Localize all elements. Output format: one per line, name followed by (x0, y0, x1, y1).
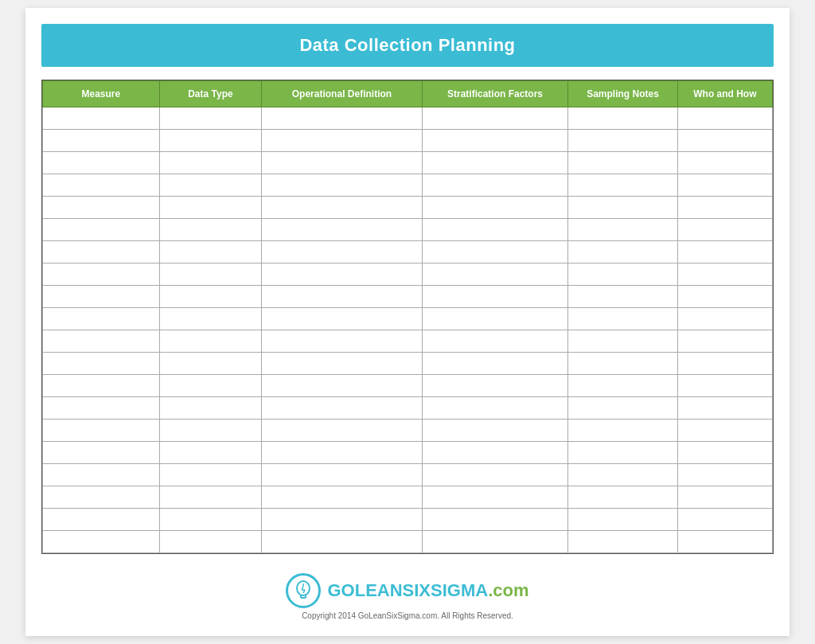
table-cell[interactable] (43, 308, 160, 330)
table-cell[interactable] (677, 241, 772, 263)
table-cell[interactable] (43, 263, 160, 286)
table-cell[interactable] (422, 263, 567, 286)
table-cell[interactable] (43, 130, 160, 152)
table-cell[interactable] (677, 397, 772, 420)
table-cell[interactable] (568, 353, 678, 375)
table-cell[interactable] (568, 486, 678, 509)
table-cell[interactable] (43, 353, 160, 375)
table-cell[interactable] (677, 263, 772, 286)
table-cell[interactable] (262, 509, 423, 531)
table-cell[interactable] (422, 130, 567, 152)
table-cell[interactable] (43, 286, 160, 308)
table-cell[interactable] (43, 397, 160, 420)
table-cell[interactable] (159, 286, 261, 308)
table-cell[interactable] (568, 263, 678, 286)
table-cell[interactable] (568, 241, 678, 263)
table-cell[interactable] (262, 420, 423, 442)
table-cell[interactable] (568, 308, 678, 330)
table-cell[interactable] (677, 464, 772, 486)
table-cell[interactable] (422, 353, 567, 375)
table-cell[interactable] (262, 241, 423, 263)
table-cell[interactable] (568, 531, 678, 553)
table-cell[interactable] (43, 197, 160, 219)
table-cell[interactable] (677, 174, 772, 197)
table-cell[interactable] (262, 107, 423, 130)
table-cell[interactable] (159, 397, 261, 420)
table-cell[interactable] (159, 241, 261, 263)
table-cell[interactable] (677, 308, 772, 330)
table-cell[interactable] (159, 330, 261, 353)
table-cell[interactable] (262, 174, 423, 197)
table-cell[interactable] (43, 442, 160, 464)
table-cell[interactable] (262, 286, 423, 308)
table-cell[interactable] (159, 486, 261, 509)
table-cell[interactable] (422, 219, 567, 241)
table-cell[interactable] (43, 486, 160, 509)
table-cell[interactable] (568, 397, 678, 420)
table-cell[interactable] (43, 509, 160, 531)
table-cell[interactable] (568, 330, 678, 353)
table-cell[interactable] (568, 420, 678, 442)
table-cell[interactable] (262, 375, 423, 397)
table-cell[interactable] (677, 330, 772, 353)
table-cell[interactable] (262, 308, 423, 330)
table-cell[interactable] (677, 353, 772, 375)
table-cell[interactable] (43, 219, 160, 241)
table-cell[interactable] (159, 263, 261, 286)
table-cell[interactable] (568, 174, 678, 197)
table-cell[interactable] (262, 464, 423, 486)
table-cell[interactable] (159, 308, 261, 330)
table-cell[interactable] (159, 353, 261, 375)
table-cell[interactable] (422, 375, 567, 397)
table-cell[interactable] (159, 375, 261, 397)
table-cell[interactable] (43, 531, 160, 553)
table-cell[interactable] (422, 197, 567, 219)
table-cell[interactable] (262, 330, 423, 353)
table-cell[interactable] (568, 219, 678, 241)
table-cell[interactable] (262, 219, 423, 241)
table-cell[interactable] (422, 531, 567, 553)
table-cell[interactable] (677, 286, 772, 308)
table-cell[interactable] (677, 197, 772, 219)
table-cell[interactable] (677, 130, 772, 152)
table-cell[interactable] (262, 442, 423, 464)
table-cell[interactable] (43, 174, 160, 197)
table-cell[interactable] (677, 442, 772, 464)
table-cell[interactable] (568, 107, 678, 130)
table-cell[interactable] (568, 509, 678, 531)
table-cell[interactable] (422, 107, 567, 130)
table-cell[interactable] (568, 130, 678, 152)
table-cell[interactable] (43, 375, 160, 397)
table-cell[interactable] (568, 442, 678, 464)
table-cell[interactable] (159, 509, 261, 531)
table-cell[interactable] (422, 286, 567, 308)
table-cell[interactable] (568, 375, 678, 397)
table-cell[interactable] (159, 464, 261, 486)
table-cell[interactable] (422, 442, 567, 464)
table-cell[interactable] (677, 531, 772, 553)
table-cell[interactable] (422, 152, 567, 174)
table-cell[interactable] (422, 509, 567, 531)
table-cell[interactable] (262, 263, 423, 286)
table-cell[interactable] (159, 107, 261, 130)
table-cell[interactable] (43, 420, 160, 442)
table-cell[interactable] (422, 330, 567, 353)
table-cell[interactable] (677, 420, 772, 442)
table-cell[interactable] (43, 107, 160, 130)
table-cell[interactable] (568, 197, 678, 219)
table-cell[interactable] (262, 152, 423, 174)
table-cell[interactable] (568, 152, 678, 174)
table-cell[interactable] (159, 219, 261, 241)
table-cell[interactable] (159, 197, 261, 219)
table-cell[interactable] (262, 130, 423, 152)
table-cell[interactable] (677, 509, 772, 531)
table-cell[interactable] (422, 308, 567, 330)
table-cell[interactable] (43, 152, 160, 174)
table-cell[interactable] (677, 107, 772, 130)
table-cell[interactable] (262, 197, 423, 219)
table-cell[interactable] (159, 152, 261, 174)
table-cell[interactable] (159, 420, 261, 442)
table-cell[interactable] (677, 486, 772, 509)
table-cell[interactable] (159, 442, 261, 464)
table-cell[interactable] (677, 375, 772, 397)
